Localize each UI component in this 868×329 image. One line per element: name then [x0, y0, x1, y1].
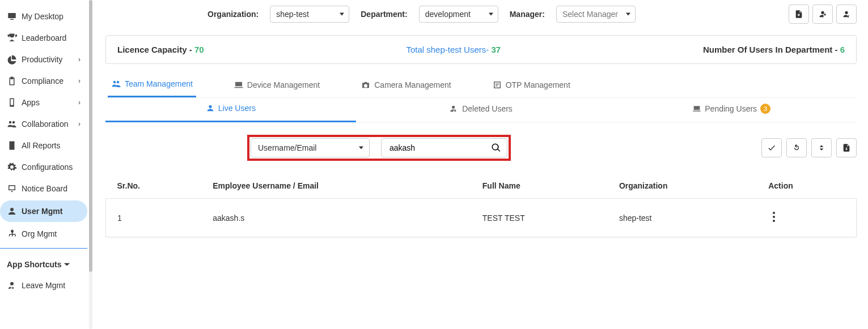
sidebar-item-label: My Desktop — [22, 12, 63, 21]
main-area: Organization: shep-test Department: deve… — [94, 0, 868, 329]
remove-user-button[interactable] — [836, 5, 857, 24]
th-org: Organization — [608, 173, 757, 199]
th-sr: Sr.No. — [106, 173, 202, 199]
chevron-right-icon: › — [78, 99, 81, 106]
clipboard-icon — [7, 76, 17, 86]
cell-user: aakash.s — [201, 199, 471, 237]
sidebar-item-label: Apps — [22, 98, 40, 107]
th-name: Full Name — [471, 173, 608, 199]
mgr-select[interactable]: Select Manager — [556, 6, 636, 23]
board-icon — [7, 183, 17, 194]
mgr-label: Manager: — [510, 10, 545, 19]
user-remove-icon — [842, 10, 851, 19]
template-download-button[interactable] — [836, 138, 857, 157]
live-user-icon — [206, 104, 215, 113]
sidebar-item-compliance[interactable]: Compliance› — [0, 70, 87, 92]
cell-org: shep-test — [608, 199, 757, 237]
search-input[interactable] — [387, 139, 491, 157]
sidebar-item-label: All Reports — [22, 141, 60, 150]
report-icon — [7, 140, 17, 151]
sidebar-item-collaboration[interactable]: Collaboration› — [0, 113, 87, 135]
pending-user-icon — [692, 104, 701, 113]
filter-bar: Organization: shep-test Department: deve… — [105, 5, 857, 24]
summary-bar: Licence Capacity - 70 Total shep-test Us… — [105, 35, 857, 64]
subtab-pending-users[interactable]: Pending Users3 — [606, 98, 857, 122]
app-shortcuts-label: App Shortcuts — [7, 260, 61, 269]
team-icon — [111, 79, 121, 89]
subtab-label: Deleted Users — [462, 104, 513, 113]
sidebar-item-label: Org Mgmt — [22, 229, 57, 238]
camera-icon — [361, 80, 371, 90]
users-table: Sr.No. Employee Username / Email Full Na… — [105, 173, 857, 237]
sidebar-item-label: Notice Board — [22, 184, 67, 193]
sidebar-item-label: User Mgmt — [22, 207, 62, 216]
export-icon — [794, 10, 803, 19]
licence-capacity: Licence Capacity - 70 — [117, 45, 204, 54]
shortcut-item-leave-mgmt[interactable]: Leave Mgmt — [0, 275, 87, 296]
cell-sr: 1 — [106, 199, 202, 237]
otp-icon — [492, 80, 502, 90]
sidebar-item-my-desktop[interactable]: My Desktop — [0, 6, 87, 27]
confirm-button[interactable] — [761, 138, 782, 157]
tab-label: OTP Management — [506, 80, 570, 89]
sidebar-item-user-mgmt[interactable]: User Mgmt — [0, 200, 87, 222]
total-users[interactable]: Total shep-test Users- 37 — [406, 45, 501, 54]
table-row: 1aakash.sTEST TESTshep-test — [106, 199, 857, 237]
tab-otp-management[interactable]: OTP Management — [489, 74, 574, 97]
sidebar-item-label: Configurations — [22, 163, 73, 172]
refresh-icon — [792, 143, 801, 152]
pie-icon — [7, 54, 17, 65]
sidebar-item-label: Productivity — [22, 55, 62, 64]
search-input-wrap — [381, 138, 507, 157]
export-button[interactable] — [789, 5, 809, 24]
tab-device-management[interactable]: Device Management — [230, 74, 323, 97]
row-actions-menu[interactable] — [768, 208, 780, 226]
add-user-button[interactable] — [812, 5, 833, 24]
sort-icon — [817, 143, 826, 152]
tab-camera-management[interactable]: Camera Management — [357, 74, 454, 97]
sort-button[interactable] — [811, 138, 832, 157]
tab-label: Device Management — [247, 80, 320, 89]
sidebar-item-configurations[interactable]: Configurations — [0, 156, 87, 178]
sidebar-item-label: Collaboration — [22, 119, 69, 129]
sidebar-item-apps[interactable]: Apps› — [0, 92, 87, 113]
tab-label: Team Management — [125, 79, 193, 88]
sidebar-item-org-mgmt[interactable]: Org Mgmt — [0, 223, 87, 245]
user-plus-icon — [818, 10, 827, 19]
search-filter-select[interactable]: Username/Email — [251, 138, 370, 157]
th-action: Action — [757, 173, 856, 199]
subtab-live-users[interactable]: Live Users — [105, 98, 356, 122]
shortcut-item-label: Leave Mgmt — [22, 281, 65, 290]
refresh-button[interactable] — [786, 138, 807, 157]
tab-label: Camera Management — [374, 80, 451, 89]
dept-users: Number Of Users In Department - 6 — [703, 45, 845, 54]
sidebar-item-all-reports[interactable]: All Reports — [0, 135, 87, 156]
search-icon[interactable] — [491, 143, 501, 153]
gear-icon — [7, 162, 17, 172]
org-icon — [7, 229, 17, 239]
scrollbar[interactable] — [87, 0, 94, 329]
chevron-right-icon: › — [78, 55, 81, 63]
leave-icon — [7, 280, 17, 290]
sidebar-item-notice-board[interactable]: Notice Board — [0, 178, 87, 199]
chevron-right-icon: › — [78, 77, 81, 85]
sidebar-item-label: Leaderboard — [22, 33, 66, 42]
group-icon — [7, 119, 17, 129]
tab-team-management[interactable]: Team Management — [108, 74, 196, 97]
controls-row: Username/Email — [105, 122, 857, 173]
subtab-label: Pending Users — [705, 104, 757, 113]
org-select[interactable]: shep-test — [270, 6, 349, 23]
app-shortcuts-toggle[interactable]: App Shortcuts — [0, 254, 87, 275]
phone-icon — [7, 97, 17, 108]
chevron-down-icon — [63, 261, 70, 268]
sidebar: My DesktopLeaderboardProductivity›Compli… — [0, 0, 87, 329]
sidebar-item-productivity[interactable]: Productivity› — [0, 49, 87, 70]
subtab-deleted-users[interactable]: Deleted Users — [356, 98, 607, 122]
sidebar-item-label: Compliance — [22, 76, 63, 86]
users-icon — [7, 206, 17, 216]
dept-select[interactable]: development — [419, 6, 498, 23]
file-download-icon — [842, 143, 851, 152]
laptop-icon — [234, 80, 244, 90]
deleted-user-icon — [450, 104, 459, 113]
sidebar-item-leaderboard[interactable]: Leaderboard — [0, 27, 87, 49]
